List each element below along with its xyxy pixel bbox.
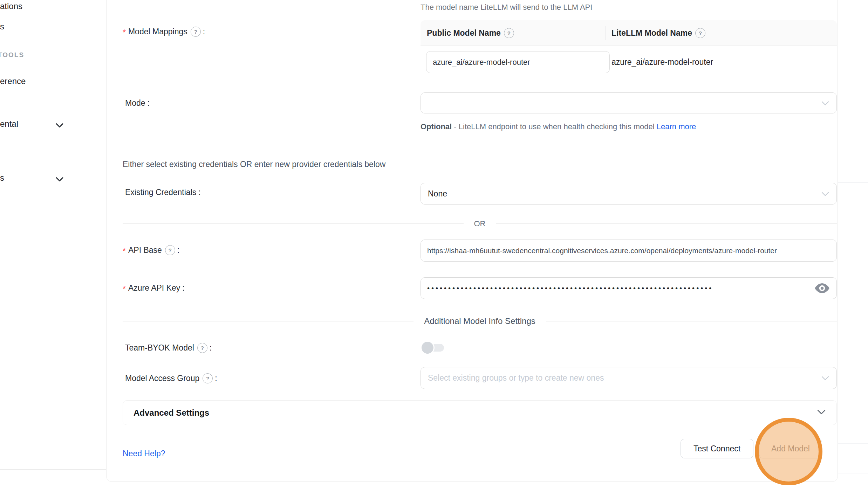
public-model-name-input[interactable]: azure_ai/azure-model-router bbox=[426, 51, 610, 73]
chevron-down-icon[interactable] bbox=[55, 177, 64, 183]
header-column-divider bbox=[606, 26, 606, 40]
advanced-settings-collapse[interactable]: Advanced Settings bbox=[123, 400, 837, 425]
background-row-line bbox=[838, 443, 868, 444]
background-row-line bbox=[838, 182, 868, 183]
test-connect-button[interactable]: Test Connect bbox=[681, 439, 753, 458]
required-asterisk: * bbox=[123, 284, 126, 294]
learn-more-link[interactable]: Learn more bbox=[657, 122, 696, 131]
api-base-input[interactable]: https://ishaa-mh6uutut-swedencentral.cog… bbox=[421, 240, 837, 262]
sidebar-item-1[interactable]: ations bbox=[0, 1, 22, 11]
sidebar-item-3[interactable]: erence bbox=[0, 76, 26, 86]
advanced-settings-title: Advanced Settings bbox=[134, 408, 209, 418]
help-icon[interactable]: ? bbox=[197, 343, 207, 353]
chevron-down-icon bbox=[821, 373, 829, 383]
existing-credentials-label: Existing Credentials : bbox=[125, 187, 201, 198]
chevron-down-icon[interactable] bbox=[55, 123, 64, 129]
api-base-label: * API Base ? : bbox=[123, 244, 179, 256]
litellm-model-name-value: azure_ai/azure-model-router bbox=[611, 51, 713, 73]
toggle-knob bbox=[422, 342, 433, 354]
help-icon[interactable]: ? bbox=[695, 28, 705, 38]
chevron-down-icon bbox=[821, 189, 829, 199]
chevron-down-icon bbox=[821, 98, 829, 108]
sidebar-item-5[interactable]: s bbox=[0, 173, 4, 183]
table-header-row: Public Model Name ? LiteLLM Model Name ? bbox=[421, 20, 837, 46]
add-model-page: ations s TOOLS erence ental s The model … bbox=[0, 0, 868, 485]
or-divider: OR bbox=[123, 219, 837, 228]
team-byok-toggle[interactable] bbox=[422, 341, 445, 354]
sidebar-section-tools: TOOLS bbox=[0, 51, 24, 59]
or-divider-text: OR bbox=[474, 219, 486, 228]
model-access-group-select[interactable]: Select existing groups or type to create… bbox=[421, 367, 837, 389]
model-mappings-label: * Model Mappings ? : bbox=[123, 26, 205, 37]
model-access-group-label: Model Access Group ? : bbox=[125, 373, 217, 384]
existing-credentials-select[interactable]: None bbox=[421, 183, 837, 205]
model-name-helper-text: The model name LiteLLM will send to the … bbox=[421, 3, 592, 12]
model-mappings-table: Public Model Name ? LiteLLM Model Name ?… bbox=[421, 20, 837, 84]
help-icon[interactable]: ? bbox=[165, 245, 175, 255]
required-asterisk: * bbox=[123, 247, 126, 256]
credentials-note: Either select existing credentials OR en… bbox=[123, 160, 385, 169]
help-icon[interactable]: ? bbox=[191, 27, 201, 37]
mode-select[interactable] bbox=[421, 92, 837, 113]
table-body-row: azure_ai/azure-model-router azure_ai/azu… bbox=[421, 46, 837, 84]
help-icon[interactable]: ? bbox=[504, 28, 514, 38]
sidebar-bottom-divider bbox=[0, 469, 106, 470]
add-model-button[interactable]: Add Model bbox=[759, 439, 822, 458]
sidebar-item-4[interactable]: ental bbox=[0, 119, 18, 129]
table-header-litellm-model: LiteLLM Model Name ? bbox=[606, 28, 705, 38]
mode-helper-text: Optional - LiteLLM endpoint to use when … bbox=[421, 120, 701, 134]
additional-settings-divider: Additional Model Info Settings bbox=[123, 316, 837, 326]
azure-api-key-label: * Azure API Key : bbox=[123, 282, 185, 293]
help-icon[interactable]: ? bbox=[203, 373, 213, 383]
mode-label: Mode : bbox=[125, 97, 150, 109]
team-byok-label: Team-BYOK Model ? : bbox=[125, 342, 212, 353]
additional-settings-divider-text: Additional Model Info Settings bbox=[424, 316, 535, 326]
sidebar-item-2[interactable]: s bbox=[0, 22, 4, 32]
need-help-link[interactable]: Need Help? bbox=[123, 449, 165, 458]
required-asterisk: * bbox=[123, 28, 126, 37]
background-row-line bbox=[838, 473, 868, 473]
table-header-public-model: Public Model Name ? bbox=[421, 28, 606, 38]
masked-password-dots: ••••••••••••••••••••••••••••••••••••••••… bbox=[427, 284, 810, 292]
azure-api-key-input[interactable]: ••••••••••••••••••••••••••••••••••••••••… bbox=[421, 277, 837, 299]
eye-icon[interactable] bbox=[814, 283, 830, 294]
chevron-down-icon bbox=[817, 409, 826, 416]
